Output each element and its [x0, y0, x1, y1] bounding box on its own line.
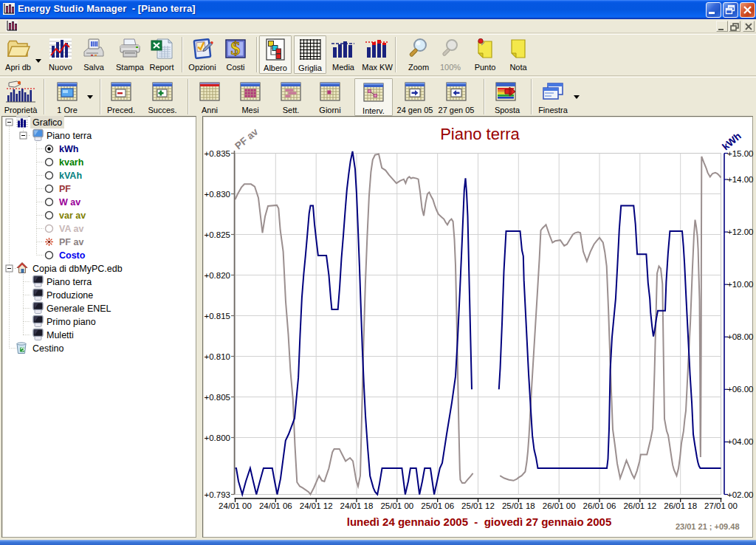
svg-text:$: $ — [231, 38, 241, 59]
